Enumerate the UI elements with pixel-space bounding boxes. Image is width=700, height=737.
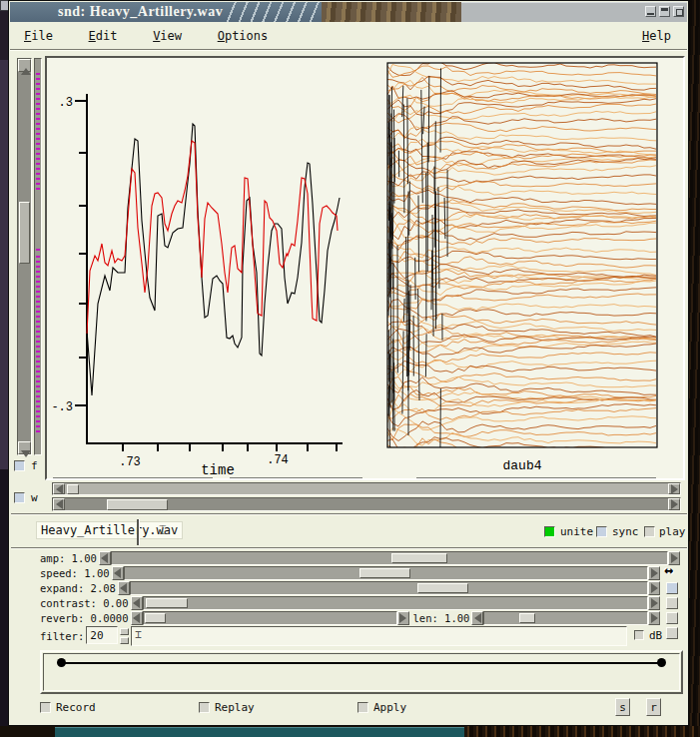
reverb-increase-icon[interactable]	[397, 611, 409, 625]
envelope-end-handle[interactable]	[657, 658, 666, 667]
y-zoom-dash-upper	[36, 71, 40, 190]
unite-label: unite	[560, 525, 593, 538]
separator	[11, 513, 687, 515]
reverb-label: reverb: 0.0000	[40, 611, 129, 625]
w-checkbox[interactable]	[14, 492, 25, 503]
separator	[11, 547, 687, 549]
y-scroll-down-icon[interactable]	[18, 441, 31, 454]
x-scroll-scrollbar[interactable]	[52, 497, 681, 511]
pane-divider[interactable]	[137, 519, 140, 545]
menu-edit[interactable]: Edit	[89, 29, 118, 43]
play-label: play	[659, 525, 686, 538]
contrast-toggle-checkbox[interactable]	[666, 597, 678, 609]
speed-slider-thumb[interactable]	[359, 568, 410, 578]
expand-toggle-checkbox[interactable]	[666, 582, 678, 594]
f-checkbox[interactable]	[14, 460, 25, 471]
contrast-slider-thumb[interactable]	[146, 598, 189, 608]
expand-decrease-icon[interactable]	[118, 581, 130, 595]
reverb-toggle-checkbox[interactable]	[666, 612, 678, 624]
record-checkbox[interactable]	[40, 702, 51, 713]
amp-slider-row: amp: 1.00	[40, 551, 680, 565]
speed-slider-row: speed: 1.00	[40, 566, 660, 580]
len-decrease-icon[interactable]	[471, 611, 483, 625]
len-increase-icon[interactable]	[648, 611, 660, 625]
x-zoom-left-icon[interactable]	[53, 483, 65, 494]
y-scroll-thumb[interactable]	[19, 202, 30, 264]
svg-text:.74: .74	[267, 453, 289, 467]
maximize-icon[interactable]	[659, 6, 670, 17]
len-slider-thumb[interactable]	[519, 613, 535, 623]
x-zoom-thumb[interactable]	[67, 484, 79, 494]
contrast-slider-track[interactable]	[143, 596, 648, 610]
expand-slider-thumb[interactable]	[417, 583, 468, 593]
menu-view[interactable]: View	[153, 29, 182, 43]
snd-main-window: snd: Heavy_Artillery.wav File Edit View …	[8, 0, 689, 726]
reverb-slider-track[interactable]	[143, 611, 397, 625]
db-label: dB	[649, 629, 662, 642]
play-checkbox[interactable]	[644, 526, 655, 537]
y-zoom-slider[interactable]	[34, 58, 42, 455]
filter-envelope-input[interactable]: ⌶	[131, 626, 627, 646]
x-scroll-left-icon[interactable]	[53, 498, 65, 510]
contrast-slider-row: contrast: 0.00	[40, 596, 660, 610]
apply-label: Apply	[373, 701, 406, 714]
speed-increase-icon[interactable]	[648, 566, 660, 580]
close-icon[interactable]	[673, 6, 684, 17]
filter-order-spinner[interactable]	[120, 626, 129, 646]
y-scroll-up-icon[interactable]	[18, 59, 31, 72]
minimize-icon[interactable]	[645, 6, 656, 17]
menu-file[interactable]: File	[24, 29, 53, 43]
reverb-slider-thumb[interactable]	[145, 613, 166, 623]
titlebar-texture-decoration	[322, 2, 463, 22]
contrast-increase-icon[interactable]	[648, 596, 660, 610]
caret-icon: ⌶	[135, 628, 142, 641]
x-zoom-right-icon[interactable]	[668, 483, 680, 494]
stop-button[interactable]: s	[615, 698, 630, 716]
restart-button[interactable]: r	[646, 698, 661, 716]
expand-slider-track[interactable]	[130, 581, 648, 595]
speed-label: speed: 1.00	[40, 566, 110, 580]
sync-label: sync	[612, 525, 639, 538]
waveform-and-wavelet-plot[interactable]: .3-.3.73.74timedaub4	[47, 58, 683, 478]
x-zoom-scrollbar[interactable]	[52, 482, 681, 495]
db-checkbox[interactable]	[634, 630, 644, 640]
amp-slider-track[interactable]	[111, 551, 668, 565]
filter-toggle-checkbox[interactable]	[666, 627, 678, 639]
filter-envelope-editor[interactable]	[40, 650, 683, 694]
filter-envelope-frame	[43, 653, 680, 691]
underlying-titlebar	[55, 727, 464, 737]
sync-checkbox[interactable]	[596, 526, 607, 537]
title-bar[interactable]: snd: Heavy_Artillery.wav	[10, 2, 687, 22]
filter-order-input[interactable]	[86, 626, 118, 644]
menu-help[interactable]: Help	[642, 29, 671, 43]
text-cursor-icon: ⌶	[159, 522, 167, 538]
menu-options[interactable]: Options	[218, 29, 269, 43]
record-label: Record	[56, 701, 96, 714]
filter-label: filter:	[40, 626, 84, 646]
svg-text:.73: .73	[119, 455, 141, 469]
expand-slider-row: expand: 2.08	[40, 581, 660, 595]
amp-slider-thumb[interactable]	[391, 553, 447, 563]
y-zoom-dash-lower	[36, 255, 40, 432]
graph-panel[interactable]: .3-.3.73.74timedaub4	[45, 56, 685, 480]
svg-text:-.3: -.3	[51, 400, 73, 414]
resize-cursor-icon: ↔	[664, 561, 673, 579]
reverb-decrease-icon[interactable]	[131, 611, 143, 625]
contrast-decrease-icon[interactable]	[131, 596, 143, 610]
x-scroll-thumb[interactable]	[107, 499, 168, 510]
svg-text:.3: .3	[59, 96, 73, 110]
replay-checkbox[interactable]	[199, 702, 210, 713]
x-scroll-right-icon[interactable]	[668, 498, 680, 510]
desktop-texture	[464, 726, 700, 737]
y-scrollbar[interactable]	[17, 58, 32, 455]
speed-decrease-icon[interactable]	[112, 566, 124, 580]
unite-checkbox[interactable]	[544, 526, 555, 537]
len-slider-track[interactable]	[483, 611, 648, 625]
amp-decrease-icon[interactable]	[99, 551, 111, 565]
f-label: f	[31, 459, 38, 472]
speed-slider-track[interactable]	[124, 566, 648, 580]
expand-increase-icon[interactable]	[648, 581, 660, 595]
apply-checkbox[interactable]	[357, 702, 368, 713]
envelope-start-handle[interactable]	[57, 658, 66, 667]
replay-label: Replay	[215, 701, 255, 714]
